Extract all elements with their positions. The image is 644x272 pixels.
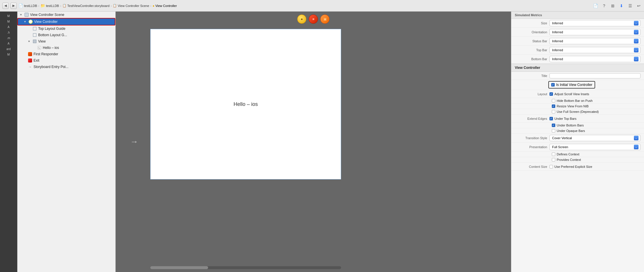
use-full-screen-label: Use Full Screen (Deprecated) bbox=[557, 110, 599, 113]
content-size-checkbox[interactable] bbox=[549, 165, 553, 168]
top-bar-dropdown-arrow[interactable]: ⌄ bbox=[634, 48, 639, 52]
canvas-view-area[interactable]: Hello – ios bbox=[150, 29, 341, 179]
exit-label: Exit bbox=[34, 58, 39, 63]
disclosure-scene[interactable] bbox=[20, 13, 23, 16]
vc-scene-icon bbox=[28, 19, 33, 24]
transition-style-label: Transition Style bbox=[515, 136, 549, 140]
resize-view-label: Resize View From NIB bbox=[557, 104, 589, 108]
navigator-item-view[interactable]: View bbox=[17, 38, 115, 45]
navigator-panel: View Controller Scene View Controller To… bbox=[17, 12, 116, 272]
navigator-item-first-responder[interactable]: First Responder bbox=[17, 51, 115, 57]
nav-forward-button[interactable]: ▶ bbox=[10, 3, 17, 9]
breadcrumb-testlldb1[interactable]: testLLDB bbox=[24, 4, 37, 8]
layout-value: Adjust Scroll View Insets bbox=[549, 92, 641, 96]
bottom-bar-dropdown[interactable]: Inferred ⌄ bbox=[549, 56, 641, 62]
breadcrumb-testlldb2[interactable]: testLLDB bbox=[46, 4, 59, 8]
navigator-item-bottom-layout[interactable]: Bottom Layout G... bbox=[17, 32, 115, 38]
top-bar: ◀ ▶ 📄 testLLDB › 📁 testLLDB › 📋 TestView… bbox=[0, 0, 644, 12]
canvas[interactable]: ● ■ ▣ → Hello – ios bbox=[116, 12, 511, 272]
disclosure-vc[interactable] bbox=[24, 20, 27, 23]
new-file-icon[interactable]: 📄 bbox=[593, 3, 598, 9]
under-opaque-bars-checkbox[interactable] bbox=[552, 129, 555, 133]
hide-bottom-bar-row: Hide Bottom Bar on Push bbox=[511, 98, 644, 104]
yellow-toolbar-btn[interactable]: ● bbox=[297, 14, 306, 24]
download-icon[interactable]: ⬇ bbox=[619, 3, 624, 9]
top-bar-dropdown[interactable]: Inferred ⌄ bbox=[549, 47, 641, 53]
bottom-bar-label: Bottom Bar bbox=[515, 57, 549, 61]
sidebar-label-m3[interactable]: .m bbox=[6, 36, 11, 40]
defines-context-item: Defines Context bbox=[552, 152, 641, 156]
property-size-row: Size Inferred ⌄ bbox=[511, 19, 644, 28]
adjust-scroll-checkbox[interactable] bbox=[549, 92, 553, 96]
is-initial-row: Is Initial View Controller bbox=[511, 80, 644, 90]
disclosure-view[interactable] bbox=[28, 40, 31, 43]
bottom-bar-value[interactable]: Inferred ⌄ bbox=[549, 56, 641, 62]
size-value[interactable]: Inferred ⌄ bbox=[549, 20, 641, 26]
sidebar-label-h[interactable]: .h bbox=[6, 30, 11, 35]
sidebar-label-a1[interactable]: A bbox=[6, 25, 11, 29]
is-initial-checkbox[interactable] bbox=[551, 83, 555, 87]
title-input[interactable] bbox=[549, 73, 641, 78]
hide-bottom-bar-checkbox[interactable] bbox=[552, 99, 555, 102]
under-bottom-bars-row: Under Bottom Bars bbox=[511, 123, 644, 128]
transition-style-dropdown[interactable]: Cover Vertical ⌄ bbox=[549, 135, 641, 141]
sidebar-label-m2[interactable]: M bbox=[6, 19, 11, 24]
adjust-scroll-label: Adjust Scroll View Insets bbox=[554, 92, 589, 96]
provides-context-checkbox[interactable] bbox=[552, 158, 555, 161]
transition-style-arrow[interactable]: ⌄ bbox=[634, 136, 639, 140]
status-bar-value[interactable]: Inferred ⌄ bbox=[549, 38, 641, 44]
sidebar-label-ard[interactable]: ard bbox=[5, 47, 12, 51]
orange-toolbar-btn[interactable]: ▣ bbox=[320, 14, 330, 24]
navigator-item-storyboard-entry[interactable]: → Storyboard Entry Poi... bbox=[17, 64, 115, 70]
orientation-value[interactable]: Inferred ⌄ bbox=[549, 29, 641, 35]
bottom-layout-label: Bottom Layout G... bbox=[38, 33, 67, 37]
title-value[interactable] bbox=[549, 73, 641, 78]
presentation-dropdown[interactable]: Full Screen ⌄ bbox=[549, 144, 641, 150]
sidebar-icon[interactable]: ☰ bbox=[627, 3, 633, 9]
grid-icon[interactable]: ⊞ bbox=[610, 3, 616, 9]
breadcrumb-storyboard[interactable]: TestViewController.storyboard bbox=[67, 4, 110, 8]
size-dropdown[interactable]: Inferred ⌄ bbox=[549, 20, 641, 26]
navigator-item-hello-label[interactable]: L Hello – ios bbox=[17, 45, 115, 51]
transition-style-value[interactable]: Cover Vertical ⌄ bbox=[549, 135, 641, 141]
use-full-screen-checkbox[interactable] bbox=[552, 110, 555, 113]
nav-back-button[interactable]: ◀ bbox=[2, 3, 9, 9]
arrow-icon: → bbox=[28, 65, 32, 69]
help-icon[interactable]: ? bbox=[601, 3, 607, 9]
breadcrumb-vc[interactable]: View Controller bbox=[155, 4, 177, 8]
defines-context-checkbox[interactable] bbox=[552, 152, 555, 156]
breadcrumb-sep2: › bbox=[60, 4, 61, 8]
orientation-dropdown-arrow[interactable]: ⌄ bbox=[634, 30, 639, 34]
orientation-dropdown[interactable]: Inferred ⌄ bbox=[549, 29, 641, 35]
top-bar-value[interactable]: Inferred ⌄ bbox=[549, 47, 641, 53]
defines-context-label: Defines Context bbox=[557, 152, 579, 156]
property-orientation-row: Orientation Inferred ⌄ bbox=[511, 28, 644, 37]
breadcrumb-sep4: › bbox=[150, 4, 151, 8]
breadcrumb-vcscene[interactable]: View Controller Scene bbox=[118, 4, 149, 8]
resize-view-row: Resize View From NIB bbox=[511, 104, 644, 109]
status-bar-dropdown[interactable]: Inferred ⌄ bbox=[549, 38, 641, 44]
first-responder-label: First Responder bbox=[34, 52, 58, 56]
size-dropdown-arrow[interactable]: ⌄ bbox=[634, 21, 639, 25]
navigator-item-scene[interactable]: View Controller Scene bbox=[17, 12, 115, 18]
content-size-checkbox-label: Use Preferred Explicit Size bbox=[554, 165, 592, 168]
bottom-bar-dropdown-arrow[interactable]: ⌄ bbox=[634, 57, 639, 61]
under-top-bars-checkbox[interactable] bbox=[549, 117, 553, 120]
sidebar-label-m1[interactable]: M bbox=[6, 14, 11, 18]
navigate-back-icon[interactable]: ↩ bbox=[636, 3, 642, 9]
navigator-item-vc[interactable]: View Controller bbox=[17, 18, 115, 25]
presentation-arrow[interactable]: ⌄ bbox=[634, 145, 639, 149]
canvas-scrollbar[interactable] bbox=[150, 266, 341, 269]
under-bottom-bars-checkbox[interactable] bbox=[552, 124, 555, 127]
canvas-scrollbar-thumb[interactable] bbox=[150, 266, 208, 269]
sidebar-label-a2[interactable]: A bbox=[6, 41, 11, 46]
navigator-item-exit[interactable]: Exit bbox=[17, 57, 115, 64]
navigator-item-top-layout[interactable]: Top Layout Guide bbox=[17, 25, 115, 32]
sidebar-label-m4[interactable]: M bbox=[6, 52, 11, 57]
view-label: View bbox=[38, 39, 46, 43]
presentation-value[interactable]: Full Screen ⌄ bbox=[549, 144, 641, 150]
under-top-bars-label: Under Top Bars bbox=[554, 117, 576, 120]
status-bar-dropdown-arrow[interactable]: ⌄ bbox=[634, 39, 639, 43]
resize-view-checkbox[interactable] bbox=[552, 104, 555, 108]
red-toolbar-btn[interactable]: ■ bbox=[309, 14, 318, 24]
